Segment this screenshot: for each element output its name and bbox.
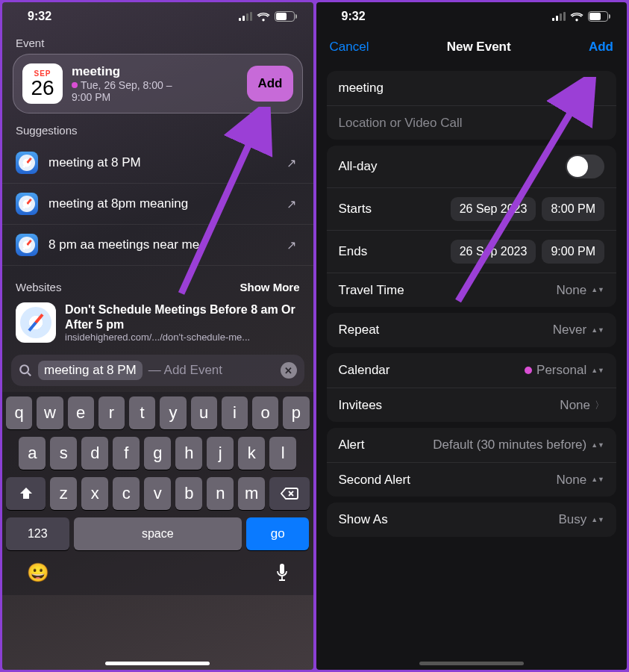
starts-row: Starts 26 Sep 2023 8:00 PM: [327, 187, 617, 230]
suggestion-item[interactable]: 8 pm aa meetings near me ↗: [2, 225, 313, 266]
spotlight-screen: 9:32 65 Event SEP 26 meeting Tue, 26 Sep…: [2, 2, 313, 670]
clock: 9:32: [342, 10, 366, 23]
key-s[interactable]: s: [50, 437, 77, 470]
key-u[interactable]: u: [191, 396, 217, 429]
event-title-field[interactable]: meeting: [327, 71, 617, 105]
show-more-button[interactable]: Show More: [240, 281, 299, 293]
wifi-icon: [257, 12, 270, 22]
suggestions-list: meeting at 8 PM ↗ meeting at 8pm meaning…: [2, 141, 313, 267]
website-result[interactable]: Don't Schedule Meetings Before 8 am Or A…: [2, 298, 313, 350]
event-title: meeting: [72, 64, 238, 79]
key-v[interactable]: v: [144, 477, 171, 510]
key-n[interactable]: n: [207, 477, 234, 510]
go-key[interactable]: go: [246, 517, 310, 550]
suggestion-item[interactable]: meeting at 8 PM ↗: [2, 143, 313, 184]
key-a[interactable]: a: [19, 437, 46, 470]
calendar-icon: SEP 26: [22, 63, 63, 104]
svg-point-0: [20, 365, 28, 373]
showas-row[interactable]: Show As Busy▲▼: [327, 503, 617, 537]
start-date-button[interactable]: 26 Sep 2023: [451, 197, 536, 221]
suggestion-item[interactable]: meeting at 8pm meaning ↗: [2, 184, 313, 225]
key-q[interactable]: q: [6, 396, 32, 429]
key-w[interactable]: w: [37, 396, 63, 429]
updown-icon: ▲▼: [591, 288, 604, 292]
alert-row[interactable]: Alert Default (30 minutes before)▲▼: [327, 428, 617, 462]
event-card[interactable]: SEP 26 meeting Tue, 26 Sep, 8:00 – 9:00 …: [13, 54, 303, 113]
section-websites-label: Websites: [16, 281, 61, 293]
key-j[interactable]: j: [207, 437, 234, 470]
dictation-key[interactable]: [275, 563, 289, 582]
key-m[interactable]: m: [238, 477, 265, 510]
clear-search-button[interactable]: ✕: [281, 362, 297, 379]
title-location-card: meeting Location or Video Call: [327, 71, 617, 140]
travel-time-row[interactable]: Travel Time None▲▼: [327, 273, 617, 307]
safari-icon: [16, 234, 38, 256]
calendar-color-dot-icon: [525, 367, 532, 374]
end-date-button[interactable]: 26 Sep 2023: [451, 240, 536, 264]
fill-arrow-icon[interactable]: ↗: [284, 237, 300, 253]
key-i[interactable]: i: [222, 396, 248, 429]
start-time-button[interactable]: 8:00 PM: [542, 197, 604, 221]
fill-arrow-icon[interactable]: ↗: [284, 196, 300, 212]
key-h[interactable]: h: [175, 437, 202, 470]
fill-arrow-icon[interactable]: ↗: [284, 155, 300, 171]
key-t[interactable]: t: [129, 396, 155, 429]
calendar-invitees-card: Calendar Personal▲▼ Invitees None〉: [327, 353, 617, 422]
allday-toggle[interactable]: [566, 155, 604, 178]
cancel-button[interactable]: Cancel: [330, 40, 369, 55]
updown-icon: ▲▼: [591, 329, 604, 332]
search-input[interactable]: meeting at 8 PM — Add Event ✕: [11, 355, 304, 386]
key-r[interactable]: r: [98, 396, 125, 429]
repeat-row[interactable]: Repeat Never▲▼: [327, 313, 617, 347]
status-indicators: 65: [552, 11, 610, 22]
add-button[interactable]: Add: [589, 40, 613, 55]
key-k[interactable]: k: [238, 437, 265, 470]
home-indicator[interactable]: [105, 662, 210, 665]
end-time-button[interactable]: 9:00 PM: [542, 240, 604, 264]
status-indicators: 65: [239, 11, 297, 22]
websites-header: Websites Show More: [2, 267, 313, 298]
key-e[interactable]: e: [68, 396, 94, 429]
status-bar: 9:32 65: [316, 2, 628, 26]
shift-key[interactable]: [6, 477, 46, 510]
battery-icon: 65: [275, 11, 297, 22]
key-f[interactable]: f: [113, 437, 140, 470]
key-d[interactable]: d: [81, 437, 108, 470]
key-l[interactable]: l: [269, 437, 296, 470]
emoji-key[interactable]: 😀: [27, 562, 49, 583]
section-suggestions-label: Suggestions: [2, 113, 313, 141]
repeat-card: Repeat Never▲▼: [327, 313, 617, 347]
section-event-label: Event: [2, 26, 313, 54]
key-z[interactable]: z: [50, 477, 77, 510]
numbers-key[interactable]: 123: [6, 517, 69, 550]
key-o[interactable]: o: [252, 396, 278, 429]
key-b[interactable]: b: [175, 477, 202, 510]
key-g[interactable]: g: [144, 437, 171, 470]
space-key[interactable]: space: [74, 517, 242, 550]
svg-line-1: [28, 373, 31, 376]
home-indicator[interactable]: [419, 662, 524, 665]
svg-rect-4: [280, 564, 284, 574]
invitees-row[interactable]: Invitees None〉: [327, 388, 617, 422]
event-text: meeting Tue, 26 Sep, 8:00 – 9:00 PM: [72, 64, 238, 103]
calendar-row[interactable]: Calendar Personal▲▼: [327, 353, 617, 388]
key-x[interactable]: x: [81, 477, 108, 510]
status-bar: 9:32 65: [2, 2, 313, 26]
website-title: Don't Schedule Meetings Before 8 am Or A…: [65, 302, 300, 331]
search-query: meeting at 8 PM: [38, 361, 143, 380]
wifi-icon: [570, 12, 583, 22]
second-alert-row[interactable]: Second Alert None▲▼: [327, 462, 617, 497]
location-field[interactable]: Location or Video Call: [327, 105, 617, 140]
add-event-button[interactable]: Add: [247, 66, 292, 102]
event-subtitle-2: 9:00 PM: [72, 91, 238, 103]
website-url: insidehighered.com/.../don't-schedule-me…: [65, 332, 300, 343]
screen-title: New Event: [447, 40, 511, 55]
key-p[interactable]: p: [283, 396, 309, 429]
safari-icon: [16, 193, 38, 215]
calendar-dot-icon: [72, 82, 78, 88]
updown-icon: ▲▼: [591, 444, 604, 447]
key-y[interactable]: y: [160, 396, 186, 429]
key-c[interactable]: c: [113, 477, 140, 510]
event-subtitle: Tue, 26 Sep, 8:00 –: [72, 79, 238, 91]
backspace-key[interactable]: [269, 477, 309, 510]
